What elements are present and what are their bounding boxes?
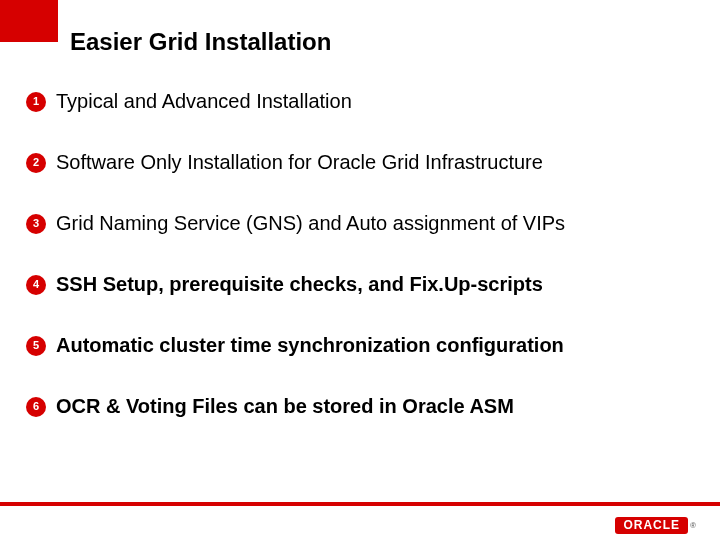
brand-corner-block <box>0 0 58 42</box>
number-badge-icon: 6 <box>26 397 46 417</box>
number-badge-icon: 4 <box>26 275 46 295</box>
list-item-text: SSH Setup, prerequisite checks, and Fix.… <box>56 273 543 296</box>
slide-title: Easier Grid Installation <box>70 28 331 56</box>
list-item: 6 OCR & Voting Files can be stored in Or… <box>26 395 700 418</box>
brand-logo-text: ORACLE <box>615 517 688 534</box>
list-item-text: Automatic cluster time synchronization c… <box>56 334 564 357</box>
brand-logo: ORACLE® <box>615 517 696 534</box>
feature-list: 1 Typical and Advanced Installation 2 So… <box>26 90 700 456</box>
number-badge-icon: 5 <box>26 336 46 356</box>
list-item-text: Grid Naming Service (GNS) and Auto assig… <box>56 212 565 235</box>
list-item: 5 Automatic cluster time synchronization… <box>26 334 700 357</box>
footer-divider <box>0 502 720 506</box>
list-item: 4 SSH Setup, prerequisite checks, and Fi… <box>26 273 700 296</box>
list-item-text: OCR & Voting Files can be stored in Orac… <box>56 395 514 418</box>
list-item-text: Typical and Advanced Installation <box>56 90 352 113</box>
number-badge-icon: 1 <box>26 92 46 112</box>
list-item: 3 Grid Naming Service (GNS) and Auto ass… <box>26 212 700 235</box>
list-item: 1 Typical and Advanced Installation <box>26 90 700 113</box>
registered-mark-icon: ® <box>690 521 696 530</box>
list-item-text: Software Only Installation for Oracle Gr… <box>56 151 543 174</box>
number-badge-icon: 3 <box>26 214 46 234</box>
number-badge-icon: 2 <box>26 153 46 173</box>
list-item: 2 Software Only Installation for Oracle … <box>26 151 700 174</box>
